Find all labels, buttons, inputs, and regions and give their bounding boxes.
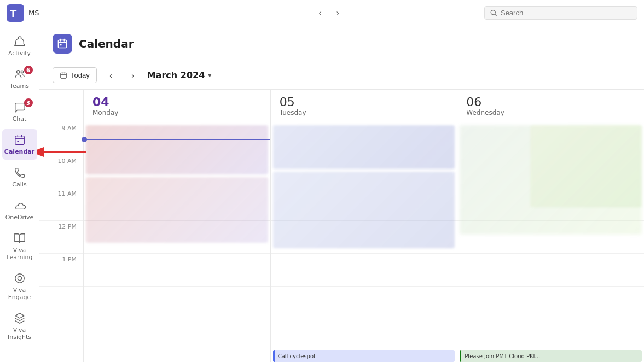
- calendar-toolbar: Today ‹ › March 2024 ▾: [39, 61, 644, 90]
- viva-insights-icon: [13, 312, 26, 325]
- sidebar-item-activity-label: Activity: [8, 50, 31, 57]
- next-month-button[interactable]: ›: [125, 68, 141, 83]
- sidebar-item-calls[interactable]: Calls: [2, 162, 37, 192]
- calendar-page-icon: [53, 34, 72, 54]
- teams-logo-icon: T: [7, 4, 24, 22]
- monday-event-1: [86, 125, 268, 174]
- back-button[interactable]: ‹: [312, 5, 328, 21]
- calendar-grid: 04 Monday 05 Tuesday 06 Wednesday 9 AM 1…: [39, 90, 644, 362]
- call-cyclespot-event[interactable]: Call cyclespot: [273, 350, 455, 362]
- sidebar-item-chat[interactable]: 3 Chat: [2, 96, 37, 127]
- page-header: Calendar: [39, 26, 644, 61]
- top-bar: T MS ‹ ›: [0, 0, 644, 26]
- svg-rect-6: [17, 141, 19, 142]
- sidebar: Activity 6 Teams 3 Chat: [0, 26, 39, 362]
- sidebar-item-viva-learning-label: Viva Learning: [4, 247, 35, 261]
- monday-event-2: [86, 177, 268, 243]
- search-icon: [490, 9, 497, 17]
- content-area: Calendar Today ‹ › March 2024 ▾: [39, 26, 644, 362]
- svg-text:T: T: [10, 8, 17, 19]
- time-column-header: [39, 90, 83, 122]
- search-input[interactable]: [501, 9, 631, 17]
- day-name-tuesday: Tuesday: [280, 109, 449, 116]
- month-title[interactable]: March 2024 ▾: [147, 70, 212, 80]
- main-layout: Activity 6 Teams 3 Chat: [0, 26, 644, 362]
- activity-icon: [13, 35, 26, 48]
- sidebar-item-calls-label: Calls: [12, 181, 26, 188]
- day-num-tuesday: 05: [280, 95, 449, 109]
- sidebar-item-calendar-label: Calendar: [4, 148, 34, 155]
- day-headers: 04 Monday 05 Tuesday 06 Wednesday: [39, 90, 644, 122]
- time-label-12pm: 12 PM: [39, 221, 83, 254]
- svg-rect-9: [59, 40, 67, 48]
- tuesday-1pm-cell[interactable]: [271, 254, 457, 287]
- current-time-line: [84, 139, 270, 140]
- page-title: Calendar: [79, 37, 134, 50]
- viva-engage-icon: [13, 272, 26, 285]
- sidebar-item-viva-engage-label: Viva Engage: [4, 287, 35, 301]
- svg-point-3: [16, 71, 20, 74]
- today-calendar-icon: [60, 72, 67, 79]
- svg-rect-5: [15, 136, 24, 145]
- svg-rect-11: [61, 73, 67, 78]
- tuesday-event-1: [273, 125, 455, 169]
- sidebar-item-viva-insights-label: Viva Insights: [4, 326, 35, 341]
- viva-learning-icon: [13, 232, 26, 245]
- svg-point-4: [21, 71, 24, 73]
- onedrive-icon: [13, 199, 26, 212]
- tuesday-event-2: [273, 172, 455, 248]
- today-button-label: Today: [71, 71, 90, 79]
- sidebar-item-viva-insights[interactable]: Viva Insights: [2, 307, 37, 345]
- teams-badge: 6: [24, 66, 33, 74]
- monday-column[interactable]: [83, 122, 270, 362]
- today-button[interactable]: Today: [53, 67, 97, 83]
- day-header-monday: 04 Monday: [83, 90, 270, 122]
- app-logo: T MS: [7, 4, 39, 22]
- day-header-tuesday: 05 Tuesday: [270, 90, 457, 122]
- prev-month-button[interactable]: ‹: [103, 68, 119, 83]
- nav-arrows: ‹ ›: [312, 5, 345, 21]
- wednesday-event-2: [530, 125, 642, 207]
- svg-point-7: [15, 274, 24, 283]
- sidebar-item-viva-engage[interactable]: Viva Engage: [2, 267, 37, 305]
- chat-badge: 3: [24, 98, 33, 107]
- sidebar-item-teams[interactable]: 6 Teams: [2, 63, 37, 94]
- svg-point-8: [18, 276, 21, 280]
- time-label-11am: 11 AM: [39, 188, 83, 221]
- month-dropdown-icon: ▾: [208, 72, 211, 79]
- time-label-1pm: 1 PM: [39, 254, 83, 287]
- month-label: March 2024: [147, 70, 205, 80]
- time-labels: 9 AM 10 AM 11 AM 12 PM 1 PM: [39, 122, 83, 362]
- tuesday-column[interactable]: Call cyclespot: [270, 122, 457, 362]
- time-label-10am: 10 AM: [39, 155, 83, 188]
- sidebar-item-calendar[interactable]: Calendar: [2, 129, 37, 160]
- sidebar-item-teams-label: Teams: [10, 83, 29, 90]
- svg-rect-10: [60, 44, 62, 45]
- sidebar-item-onedrive-label: OneDrive: [5, 214, 34, 221]
- sidebar-item-chat-label: Chat: [13, 115, 27, 122]
- day-num-monday: 04: [92, 95, 262, 109]
- sidebar-item-activity[interactable]: Activity: [2, 31, 37, 61]
- calls-icon: [13, 166, 26, 179]
- wednesday-column[interactable]: Please Join PMT Cloud PKI...: [457, 122, 644, 362]
- forward-button[interactable]: ›: [330, 5, 345, 21]
- time-grid: 9 AM 10 AM 11 AM 12 PM 1 PM: [39, 122, 644, 362]
- sidebar-item-onedrive[interactable]: OneDrive: [2, 195, 37, 225]
- search-box[interactable]: [484, 6, 637, 20]
- sidebar-item-viva-learning[interactable]: Viva Learning: [2, 227, 37, 265]
- day-name-monday: Monday: [92, 109, 262, 116]
- calendar-nav-icon: [13, 133, 26, 147]
- wednesday-1pm-cell[interactable]: [457, 254, 644, 287]
- day-header-wednesday: 06 Wednesday: [457, 90, 644, 122]
- username-label: MS: [28, 9, 39, 17]
- day-num-wednesday: 06: [466, 95, 635, 109]
- monday-1pm-cell[interactable]: [84, 254, 270, 287]
- time-label-9am: 9 AM: [39, 122, 83, 155]
- day-name-wednesday: Wednesday: [466, 109, 635, 116]
- pmt-cloud-event[interactable]: Please Join PMT Cloud PKI...: [460, 350, 642, 362]
